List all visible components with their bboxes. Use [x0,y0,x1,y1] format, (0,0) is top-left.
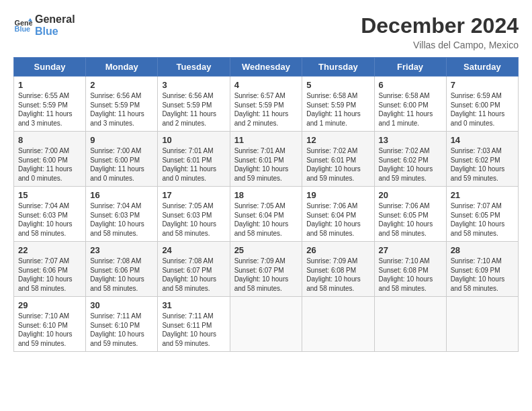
weekday-header-sunday: Sunday [14,58,86,77]
calendar-cell: 7Sunrise: 6:59 AM Sunset: 6:00 PM Daylig… [446,77,518,132]
day-number: 5 [306,80,370,90]
day-number: 27 [379,245,443,255]
calendar-cell: 1Sunrise: 6:55 AM Sunset: 5:59 PM Daylig… [14,77,86,132]
calendar-cell: 25Sunrise: 7:09 AM Sunset: 6:07 PM Dayli… [230,242,302,297]
day-info: Sunrise: 7:04 AM Sunset: 6:03 PM Dayligh… [18,201,82,238]
calendar-cell: 9Sunrise: 7:00 AM Sunset: 6:00 PM Daylig… [86,132,158,187]
day-number: 15 [18,190,82,200]
day-number: 26 [306,245,370,255]
location-subtitle: Villas del Campo, Mexico [361,40,519,50]
day-info: Sunrise: 7:09 AM Sunset: 6:07 PM Dayligh… [234,257,299,293]
day-info: Sunrise: 7:00 AM Sunset: 6:00 PM Dayligh… [90,146,154,183]
calendar-cell: 8Sunrise: 7:00 AM Sunset: 6:00 PM Daylig… [14,132,86,187]
weekday-header-friday: Friday [374,58,446,77]
calendar-cell: 29Sunrise: 7:10 AM Sunset: 6:10 PM Dayli… [14,297,86,352]
calendar-cell [230,297,302,352]
day-info: Sunrise: 7:05 AM Sunset: 6:04 PM Dayligh… [234,201,299,238]
calendar-cell: 17Sunrise: 7:05 AM Sunset: 6:03 PM Dayli… [158,187,230,242]
day-number: 10 [162,135,226,145]
calendar-cell: 21Sunrise: 7:07 AM Sunset: 6:05 PM Dayli… [446,187,518,242]
calendar-week-3: 15Sunrise: 7:04 AM Sunset: 6:03 PM Dayli… [14,187,519,242]
day-info: Sunrise: 6:58 AM Sunset: 5:59 PM Dayligh… [306,91,370,128]
day-info: Sunrise: 7:06 AM Sunset: 6:04 PM Dayligh… [306,201,370,238]
calendar-cell: 23Sunrise: 7:08 AM Sunset: 6:06 PM Dayli… [86,242,158,297]
calendar-cell: 16Sunrise: 7:04 AM Sunset: 6:03 PM Dayli… [86,187,158,242]
day-number: 12 [306,135,370,145]
weekday-header-wednesday: Wednesday [230,58,302,77]
day-number: 28 [451,245,515,255]
calendar-week-4: 22Sunrise: 7:07 AM Sunset: 6:06 PM Dayli… [14,242,519,297]
day-number: 11 [234,135,299,145]
day-info: Sunrise: 7:11 AM Sunset: 6:10 PM Dayligh… [90,312,154,348]
day-info: Sunrise: 7:02 AM Sunset: 6:02 PM Dayligh… [379,146,443,183]
calendar-cell: 19Sunrise: 7:06 AM Sunset: 6:04 PM Dayli… [302,187,374,242]
calendar-cell: 5Sunrise: 6:58 AM Sunset: 5:59 PM Daylig… [302,77,374,132]
logo-icon: General Blue [13,16,32,35]
day-info: Sunrise: 6:56 AM Sunset: 5:59 PM Dayligh… [90,91,154,128]
day-info: Sunrise: 7:10 AM Sunset: 6:08 PM Dayligh… [379,257,443,293]
calendar-cell [446,297,518,352]
weekday-header-tuesday: Tuesday [158,58,230,77]
day-number: 16 [90,190,154,200]
day-number: 23 [90,245,154,255]
day-info: Sunrise: 7:07 AM Sunset: 6:05 PM Dayligh… [451,201,515,238]
day-info: Sunrise: 7:02 AM Sunset: 6:01 PM Dayligh… [306,146,370,183]
day-info: Sunrise: 7:01 AM Sunset: 6:01 PM Dayligh… [234,146,299,183]
calendar-cell: 18Sunrise: 7:05 AM Sunset: 6:04 PM Dayli… [230,187,302,242]
day-info: Sunrise: 7:11 AM Sunset: 6:11 PM Dayligh… [162,312,226,348]
day-number: 9 [90,135,154,145]
calendar-cell: 3Sunrise: 6:56 AM Sunset: 5:59 PM Daylig… [158,77,230,132]
calendar-cell [302,297,374,352]
weekday-header-row: SundayMondayTuesdayWednesdayThursdayFrid… [14,58,519,77]
calendar-cell: 22Sunrise: 7:07 AM Sunset: 6:06 PM Dayli… [14,242,86,297]
calendar-cell: 11Sunrise: 7:01 AM Sunset: 6:01 PM Dayli… [230,132,302,187]
calendar-cell: 30Sunrise: 7:11 AM Sunset: 6:10 PM Dayli… [86,297,158,352]
day-info: Sunrise: 7:07 AM Sunset: 6:06 PM Dayligh… [18,257,82,293]
calendar-cell: 26Sunrise: 7:09 AM Sunset: 6:08 PM Dayli… [302,242,374,297]
day-info: Sunrise: 7:04 AM Sunset: 6:03 PM Dayligh… [90,201,154,238]
calendar-cell: 4Sunrise: 6:57 AM Sunset: 5:59 PM Daylig… [230,77,302,132]
month-title: December 2024 [361,13,519,38]
day-number: 8 [18,135,82,145]
weekday-header-monday: Monday [86,58,158,77]
logo: General Blue General Blue [13,13,75,37]
calendar-cell: 6Sunrise: 6:58 AM Sunset: 6:00 PM Daylig… [374,77,446,132]
calendar-cell: 13Sunrise: 7:02 AM Sunset: 6:02 PM Dayli… [374,132,446,187]
day-info: Sunrise: 7:00 AM Sunset: 6:00 PM Dayligh… [18,146,82,183]
day-number: 13 [379,135,443,145]
day-info: Sunrise: 6:59 AM Sunset: 6:00 PM Dayligh… [451,91,515,128]
day-number: 29 [18,300,82,310]
calendar-cell: 15Sunrise: 7:04 AM Sunset: 6:03 PM Dayli… [14,187,86,242]
page-header: General Blue General Blue December 2024 … [13,13,519,50]
day-number: 25 [234,245,299,255]
day-info: Sunrise: 6:55 AM Sunset: 5:59 PM Dayligh… [18,91,82,128]
weekday-header-saturday: Saturday [446,58,518,77]
day-info: Sunrise: 7:08 AM Sunset: 6:07 PM Dayligh… [162,257,226,293]
logo-general: General [35,13,75,26]
calendar-cell: 28Sunrise: 7:10 AM Sunset: 6:09 PM Dayli… [446,242,518,297]
day-number: 19 [306,190,370,200]
day-info: Sunrise: 7:01 AM Sunset: 6:01 PM Dayligh… [162,146,226,183]
calendar-week-1: 1Sunrise: 6:55 AM Sunset: 5:59 PM Daylig… [14,77,519,132]
day-number: 24 [162,245,226,255]
calendar-week-5: 29Sunrise: 7:10 AM Sunset: 6:10 PM Dayli… [14,297,519,352]
day-info: Sunrise: 6:58 AM Sunset: 6:00 PM Dayligh… [379,91,443,128]
day-info: Sunrise: 7:08 AM Sunset: 6:06 PM Dayligh… [90,257,154,293]
day-info: Sunrise: 6:57 AM Sunset: 5:59 PM Dayligh… [234,91,299,128]
day-info: Sunrise: 7:05 AM Sunset: 6:03 PM Dayligh… [162,201,226,238]
calendar-week-2: 8Sunrise: 7:00 AM Sunset: 6:00 PM Daylig… [14,132,519,187]
day-number: 4 [234,80,299,90]
calendar-cell: 31Sunrise: 7:11 AM Sunset: 6:11 PM Dayli… [158,297,230,352]
day-number: 17 [162,190,226,200]
calendar-cell: 14Sunrise: 7:03 AM Sunset: 6:02 PM Dayli… [446,132,518,187]
calendar-cell: 2Sunrise: 6:56 AM Sunset: 5:59 PM Daylig… [86,77,158,132]
day-info: Sunrise: 7:10 AM Sunset: 6:09 PM Dayligh… [451,257,515,293]
calendar-cell: 12Sunrise: 7:02 AM Sunset: 6:01 PM Dayli… [302,132,374,187]
day-number: 6 [379,80,443,90]
title-block: December 2024 Villas del Campo, Mexico [361,13,519,50]
calendar-table: SundayMondayTuesdayWednesdayThursdayFrid… [13,57,519,352]
calendar-cell: 20Sunrise: 7:06 AM Sunset: 6:05 PM Dayli… [374,187,446,242]
day-number: 18 [234,190,299,200]
day-info: Sunrise: 7:03 AM Sunset: 6:02 PM Dayligh… [451,146,515,183]
weekday-header-thursday: Thursday [302,58,374,77]
